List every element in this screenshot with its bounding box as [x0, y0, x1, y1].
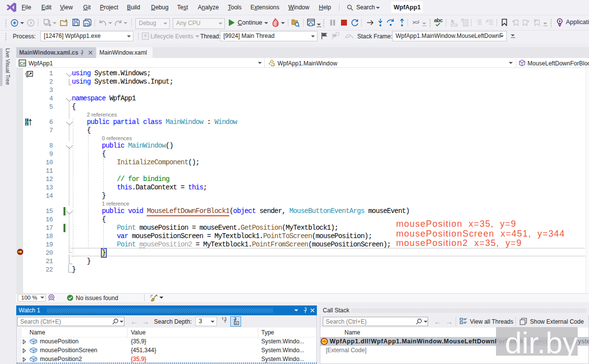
svg-text:ab: ab: [235, 322, 238, 325]
svg-text:C#: C#: [20, 61, 26, 66]
